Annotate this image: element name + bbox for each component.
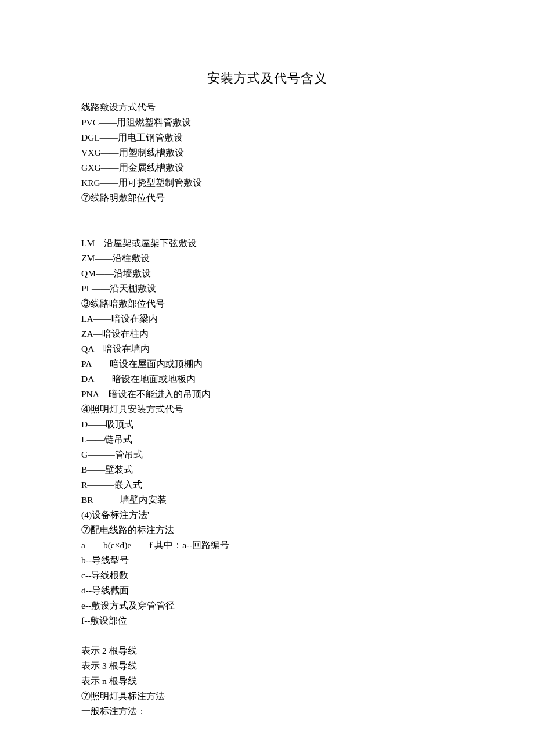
text-line: ④照明灯具安装方式代号 [81, 402, 453, 417]
text-line: d--导线截面 [81, 583, 453, 598]
text-line: LA——暗设在梁内 [81, 311, 453, 326]
text-line: c--导线根数 [81, 568, 453, 583]
text-line: 表示 3 根导线 [81, 658, 453, 674]
text-line: ZM——沿柱敷设 [81, 251, 453, 266]
text-line: KRG——用可挠型塑制管敷设 [81, 175, 453, 190]
text-line: R———嵌入式 [81, 477, 453, 492]
text-line: D——吸顶式 [81, 417, 453, 432]
blank-spacer [81, 206, 453, 236]
text-line: GXG——用金属线槽敷设 [81, 160, 453, 175]
text-line: 表示 2 根导线 [81, 643, 453, 658]
text-line: ⑦照明灯具标注方法 [81, 689, 453, 704]
section-3: 表示 2 根导线 表示 3 根导线 表示 n 根导线 ⑦照明灯具标注方法 一般标… [81, 643, 453, 719]
text-line: 一般标注方法： [81, 704, 453, 719]
text-line: VXG——用塑制线槽敷设 [81, 145, 453, 160]
text-line: a——b(c×d)e——f 其中：a--回路编号 [81, 538, 453, 553]
text-line: PVC——用阻燃塑料管敷设 [81, 115, 453, 130]
blank-spacer [81, 628, 453, 643]
text-line: G———管吊式 [81, 447, 453, 462]
text-line: BR———墙壁内安装 [81, 492, 453, 507]
text-line: QM——沿墙敷设 [81, 266, 453, 281]
text-line: PA——暗设在屋面内或顶棚内 [81, 357, 453, 372]
section-2: LM—沿屋架或屋架下弦敷设 ZM——沿柱敷设 QM——沿墙敷设 PL——沿天棚敷… [81, 236, 453, 628]
document-page: 安装方式及代号含义 线路敷设方式代号 PVC——用阻燃塑料管敷设 DGL——用电… [0, 0, 534, 756]
text-line: DA——暗设在地面或地板内 [81, 372, 453, 387]
text-line: PL——沿天棚敷设 [81, 281, 453, 296]
text-line: (4)设备标注方法' [81, 507, 453, 523]
text-line: ⑦配电线路的标注方法 [81, 523, 453, 538]
text-line: 表示 n 根导线 [81, 674, 453, 689]
section-1: 线路敷设方式代号 PVC——用阻燃塑料管敷设 DGL——用电工钢管敷设 VXG—… [81, 100, 453, 206]
text-line: 线路敷设方式代号 [81, 100, 453, 115]
text-line: LM—沿屋架或屋架下弦敷设 [81, 236, 453, 251]
text-line: e--敷设方式及穿管管径 [81, 598, 453, 613]
text-line: B——壁装式 [81, 462, 453, 477]
text-line: L——链吊式 [81, 432, 453, 447]
text-line: PNA—暗设在不能进入的吊顶内 [81, 387, 453, 402]
text-line: DGL——用电工钢管敷设 [81, 130, 453, 145]
text-line: ⑦线路明敷部位代号 [81, 190, 453, 206]
text-line: b--导线型号 [81, 553, 453, 568]
page-title: 安装方式及代号含义 [81, 70, 453, 87]
text-line: ZA—暗设在柱内 [81, 326, 453, 341]
text-line: ③线路暗敷部位代号 [81, 296, 453, 311]
text-line: f--敷设部位 [81, 613, 453, 628]
text-line: QA—暗设在墙内 [81, 341, 453, 357]
